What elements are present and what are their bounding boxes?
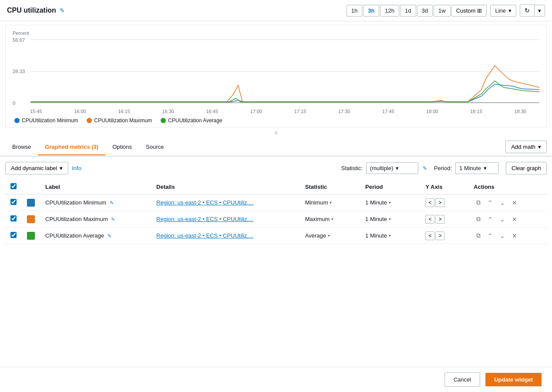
chevron-down-icon: ▾: [331, 217, 333, 221]
row1-color-swatch: [27, 199, 35, 207]
row3-period-select[interactable]: 1 Minute ▾: [365, 232, 415, 239]
period-select[interactable]: 1 Minute ▾: [455, 162, 499, 174]
tab-source[interactable]: Source: [139, 139, 171, 155]
row1-details-link[interactable]: Region: us-east-2 • ECS • CPUUtiliz....: [156, 199, 253, 206]
row3-period-cell: 1 Minute ▾: [360, 228, 420, 244]
row1-label-cell: CPUUtilization Minimum ✎: [40, 194, 151, 211]
tabs-container: Browse Graphed metrics (3) Options Sourc…: [0, 138, 552, 157]
refresh-button[interactable]: ↻: [520, 4, 535, 17]
time-btn-12h[interactable]: 12h: [380, 5, 399, 17]
row1-move-up-btn[interactable]: ⌃: [485, 198, 495, 207]
row2-edit-icon[interactable]: ✎: [111, 217, 115, 222]
row2-color-swatch: [27, 215, 35, 223]
row3-stat-cell: Average ▾: [300, 228, 360, 244]
row2-move-up-btn[interactable]: ⌃: [485, 215, 495, 224]
time-btn-1d[interactable]: 1d: [400, 5, 416, 17]
row1-yaxis-controls: < >: [425, 198, 463, 207]
row3-details-cell: Region: us-east-2 • ECS • CPUUtiliz....: [151, 228, 300, 244]
header-yaxis: Y Axis: [420, 180, 468, 194]
tab-graphed-metrics[interactable]: Graphed metrics (3): [38, 139, 105, 155]
custom-time-btn[interactable]: Custom ⊞: [451, 5, 487, 17]
header-details: Details: [151, 180, 300, 194]
info-link[interactable]: Info: [72, 165, 81, 171]
chevron-down-icon: ▾: [60, 165, 63, 171]
row3-move-down-btn[interactable]: ⌄: [497, 231, 508, 240]
row1-move-down-btn[interactable]: ⌄: [497, 198, 508, 207]
legend-item-maximum: CPUUtilization Maximum: [87, 117, 152, 124]
time-btn-1h[interactable]: 1h: [347, 5, 362, 17]
row2-checkbox[interactable]: [10, 215, 17, 221]
row2-remove-btn[interactable]: ✕: [509, 215, 520, 224]
header-checkbox[interactable]: [10, 183, 17, 189]
row3-copy-btn[interactable]: ⧉: [474, 231, 483, 240]
statistic-edit-icon[interactable]: ✎: [423, 165, 427, 171]
row2-yaxis-right-btn[interactable]: >: [435, 215, 444, 224]
row3-move-up-btn[interactable]: ⌃: [485, 231, 495, 240]
row1-period-cell: 1 Minute ▾: [360, 194, 420, 211]
add-math-button[interactable]: Add math ▾: [505, 141, 547, 153]
drag-handle[interactable]: ≡: [0, 127, 552, 138]
row3-edit-icon[interactable]: ✎: [108, 233, 111, 238]
row3-yaxis-left-btn[interactable]: <: [425, 231, 434, 240]
chevron-down-icon: ▾: [389, 233, 391, 238]
row3-checkbox[interactable]: [10, 232, 17, 238]
page-footer: Cancel Update widget: [0, 367, 552, 392]
clear-graph-button[interactable]: Clear graph: [506, 162, 547, 174]
row1-yaxis-right-btn[interactable]: >: [435, 198, 444, 207]
row3-details-link[interactable]: Region: us-east-2 • ECS • CPUUtiliz....: [156, 232, 253, 239]
svg-text:56.67: 56.67: [13, 37, 25, 43]
row3-stat-select[interactable]: Average ▾: [305, 232, 355, 239]
row1-copy-btn[interactable]: ⧉: [474, 198, 483, 207]
row2-period-select[interactable]: 1 Minute ▾: [365, 216, 415, 222]
row3-remove-btn[interactable]: ✕: [509, 231, 520, 240]
row1-stat-select[interactable]: Minimum ▾: [305, 199, 355, 206]
x-axis: 15:45 16:00 16:15 16:30 16:45 17:00 17:1…: [13, 109, 539, 114]
update-widget-button[interactable]: Update widget: [485, 373, 542, 386]
tab-browse[interactable]: Browse: [5, 139, 38, 155]
legend-dot-maximum: [87, 118, 92, 123]
table-row: CPUUtilization Minimum ✎ Region: us-east…: [5, 194, 547, 211]
row2-stat-select[interactable]: Maximum ▾: [305, 216, 355, 222]
row1-details-cell: Region: us-east-2 • ECS • CPUUtiliz....: [151, 194, 300, 211]
time-btn-3h[interactable]: 3h: [363, 5, 379, 17]
row2-yaxis-left-btn[interactable]: <: [425, 215, 434, 224]
row2-color-cell: [22, 211, 40, 228]
chevron-down-icon: ▾: [484, 165, 487, 171]
time-btn-1w[interactable]: 1w: [434, 5, 451, 17]
row3-actions-cell: ⧉ ⌃ ⌄ ✕: [468, 228, 547, 244]
row3-color-swatch: [27, 232, 35, 240]
row1-action-buttons: ⧉ ⌃ ⌄ ✕: [474, 198, 542, 207]
more-options-button[interactable]: ▾: [535, 5, 545, 17]
row2-yaxis-cell: < >: [420, 211, 468, 228]
chart-area: 56.67 28.33 0: [13, 37, 539, 107]
statistic-select[interactable]: (multiple) ▾: [366, 162, 418, 174]
row1-yaxis-left-btn[interactable]: <: [425, 198, 434, 207]
title-edit-icon[interactable]: ✎: [60, 7, 65, 14]
row2-move-down-btn[interactable]: ⌄: [497, 215, 508, 224]
metrics-table: Label Details Statistic Period Y Axis Ac…: [5, 180, 547, 244]
header-statistic: Statistic: [300, 180, 360, 194]
table-row: CPUUtilization Maximum ✎ Region: us-east…: [5, 211, 547, 228]
row1-remove-btn[interactable]: ✕: [509, 198, 520, 207]
chart-type-select[interactable]: Line ▾: [490, 5, 516, 17]
row2-checkbox-cell: [5, 211, 22, 228]
add-dynamic-label-button[interactable]: Add dynamic label ▾: [5, 162, 68, 174]
row2-stat-cell: Maximum ▾: [300, 211, 360, 228]
row3-yaxis-right-btn[interactable]: >: [435, 231, 444, 240]
row2-yaxis-controls: < >: [425, 215, 463, 224]
row1-edit-icon[interactable]: ✎: [110, 200, 114, 205]
row2-label-cell: CPUUtilization Maximum ✎: [40, 211, 151, 228]
chevron-down-icon: ▾: [396, 165, 399, 171]
tab-options[interactable]: Options: [105, 139, 139, 155]
row2-period-cell: 1 Minute ▾: [360, 211, 420, 228]
row2-action-buttons: ⧉ ⌃ ⌄ ✕: [474, 214, 542, 224]
row1-checkbox[interactable]: [10, 199, 17, 205]
time-btn-3d[interactable]: 3d: [417, 5, 433, 17]
legend-dot-average: [161, 118, 166, 123]
chevron-down-icon: ▾: [328, 233, 330, 238]
row2-details-link[interactable]: Region: us-east-2 • ECS • CPUUtiliz....: [156, 216, 253, 222]
metrics-panel: Add dynamic label ▾ Info Statistic: (mul…: [0, 157, 552, 249]
row1-period-select[interactable]: 1 Minute ▾: [365, 199, 415, 206]
row2-copy-btn[interactable]: ⧉: [474, 214, 483, 224]
cancel-button[interactable]: Cancel: [444, 372, 480, 387]
